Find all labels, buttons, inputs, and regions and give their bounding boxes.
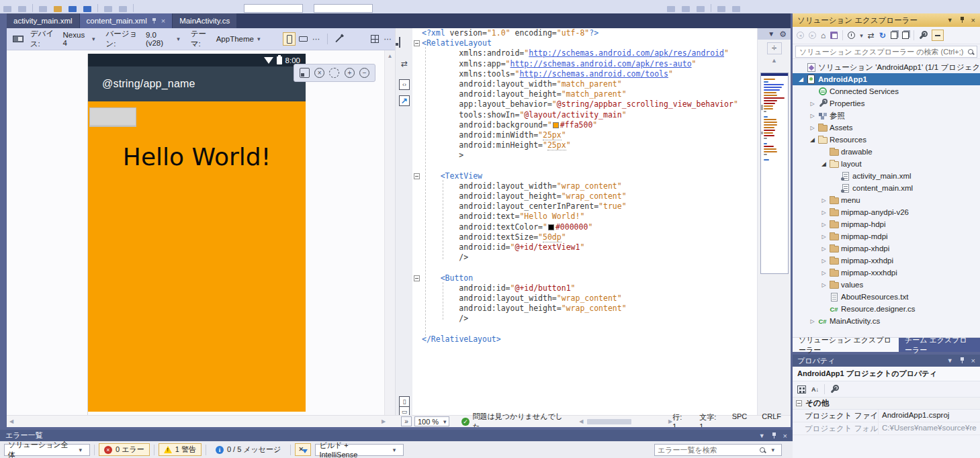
- expander-icon[interactable]: ▷: [819, 210, 828, 216]
- pin-icon[interactable]: [959, 17, 965, 24]
- tab-team-explorer[interactable]: チーム エクスプローラー: [899, 338, 980, 352]
- platform-combobox[interactable]: [314, 4, 373, 13]
- tree-item[interactable]: ▷Assets: [793, 122, 980, 134]
- scrollbar-options-icon[interactable]: »: [401, 416, 412, 426]
- toolbar-icon[interactable]: [717, 6, 725, 12]
- designer-vertical-scrollbar[interactable]: ▲: [384, 50, 395, 415]
- forward-icon[interactable]: ▸: [809, 32, 816, 39]
- solution-explorer-title-bar[interactable]: ソリューション エクスプローラー ▼ ×: [793, 13, 980, 27]
- save-icon[interactable]: [39, 6, 47, 12]
- expander-icon[interactable]: ▷: [808, 318, 817, 324]
- health-check-icon[interactable]: ✓: [461, 418, 469, 426]
- code-line[interactable]: android:layout_width="wrap_content": [422, 181, 758, 191]
- code-line[interactable]: android:layout_height="wrap_content": [422, 191, 758, 201]
- tree-item[interactable]: Resource.designer.cs: [793, 303, 980, 315]
- tree-item[interactable]: ▷menu: [793, 194, 980, 206]
- code-text[interactable]: <?xml version="1.0" encoding="utf-8"?><R…: [422, 28, 758, 345]
- show-all-files-icon[interactable]: [902, 32, 909, 39]
- code-line[interactable]: xmlns:tools="http://schemas.android.com/…: [422, 69, 758, 79]
- fit-page-icon[interactable]: [300, 68, 310, 78]
- chevron-down-icon[interactable]: ▾: [860, 32, 863, 39]
- code-line[interactable]: <TextView: [422, 171, 758, 181]
- code-line[interactable]: xmlns:android="http://schemas.android.co…: [422, 48, 758, 58]
- tab-mainactivity-cs[interactable]: MainActivity.cs: [173, 13, 236, 28]
- pin-icon[interactable]: [959, 357, 965, 364]
- button-widget-preview[interactable]: [89, 107, 136, 127]
- expander-icon[interactable]: ▷: [819, 234, 828, 240]
- toolbar-icon[interactable]: [697, 6, 705, 12]
- code-line[interactable]: android:textSize="50dp": [422, 232, 758, 242]
- code-line[interactable]: android:minWidth="25px": [422, 130, 758, 140]
- tree-item[interactable]: AboutResources.txt: [793, 291, 980, 303]
- code-line[interactable]: android:layout_height="match_parent": [422, 89, 758, 99]
- warnings-filter-button[interactable]: 1 警告: [159, 443, 202, 456]
- tree-item[interactable]: drawable: [793, 146, 980, 158]
- scroll-left-arrow[interactable]: ◀: [579, 418, 583, 424]
- property-category[interactable]: その他: [793, 398, 980, 410]
- property-row[interactable]: プロジェクト フォルダーC:¥Users¥name¥source¥re: [793, 422, 980, 435]
- xml-source-editor[interactable]: <?xml version="1.0" encoding="utf-8"?><R…: [412, 28, 791, 415]
- collapse-all-icon[interactable]: [891, 32, 897, 39]
- tree-item[interactable]: ◢layout: [793, 158, 980, 170]
- zoom-reset-icon[interactable]: ×: [314, 68, 324, 78]
- tree-item[interactable]: ▷values: [793, 279, 980, 291]
- properties-title-bar[interactable]: プロパティ ▼ ×: [793, 355, 980, 367]
- pin-icon[interactable]: [771, 432, 777, 439]
- vertical-split-icon[interactable]: ▯: [399, 396, 410, 407]
- code-line[interactable]: />: [422, 253, 758, 263]
- code-line[interactable]: [422, 263, 758, 273]
- editor-horizontal-scrollbar[interactable]: ◀ ▶: [579, 418, 672, 425]
- scrollbar-thumb[interactable]: [587, 419, 631, 424]
- tree-item[interactable]: activity_main.xml: [793, 170, 980, 182]
- code-line[interactable]: <Button: [422, 273, 758, 283]
- code-line[interactable]: [422, 161, 758, 171]
- code-line[interactable]: android:id="@+id/textView1": [422, 242, 758, 253]
- messages-filter-button[interactable]: i 0 / 5 メッセージ: [210, 443, 287, 456]
- expander-icon[interactable]: ▷: [819, 222, 828, 228]
- zoom-in-icon[interactable]: +: [345, 68, 355, 78]
- tree-item[interactable]: ソリューション 'AndroidApp1' (1/1 プロジェクト): [793, 61, 980, 73]
- code-line[interactable]: android:id="@+id/button1": [422, 283, 758, 293]
- property-row[interactable]: プロジェクト ファイルAndroidApp1.csproj: [793, 410, 980, 422]
- split-editor-handle[interactable]: ÷: [767, 42, 782, 54]
- expander-icon[interactable]: ▷: [808, 113, 817, 119]
- code-line[interactable]: android:background="#ffa500": [422, 120, 758, 130]
- toolbar-icon[interactable]: [3, 6, 11, 12]
- property-pages-icon[interactable]: [830, 385, 838, 394]
- window-position-icon[interactable]: ▼: [947, 357, 953, 364]
- pending-changes-filter-icon[interactable]: [848, 32, 855, 39]
- design-surface[interactable]: 8:00 @string/app_name Hello World! × +: [7, 50, 384, 415]
- code-line[interactable]: >: [422, 150, 758, 161]
- scroll-up-arrow[interactable]: ▲: [758, 57, 791, 64]
- zoom-fit-selection-icon[interactable]: [329, 68, 339, 78]
- code-line[interactable]: android:layout_width="wrap_content": [422, 293, 758, 304]
- search-input[interactable]: [799, 48, 965, 56]
- chevron-down-icon[interactable]: ▾: [92, 36, 95, 42]
- tree-item[interactable]: Connected Services: [793, 85, 980, 97]
- search-input[interactable]: [658, 446, 757, 454]
- search-icon[interactable]: [968, 49, 973, 54]
- version-value[interactable]: 9.0 (v28): [146, 31, 173, 47]
- sync-with-active-document-icon[interactable]: ⇄: [868, 31, 875, 40]
- tree-item[interactable]: ▷mipmap-xhdpi: [793, 242, 980, 255]
- toolbar-icon[interactable]: [69, 6, 77, 12]
- close-icon[interactable]: ×: [161, 17, 165, 25]
- tab-content-main-xml[interactable]: content_main.xml ×: [80, 13, 173, 28]
- collapse-category-icon[interactable]: [796, 400, 802, 406]
- code-line[interactable]: android:minHeight="25px": [422, 140, 758, 150]
- code-line[interactable]: android:layout_height="wrap_content": [422, 304, 758, 314]
- more-options-button[interactable]: ⋯: [310, 32, 322, 46]
- tree-item[interactable]: ▷mipmap-xxhdpi: [793, 255, 980, 267]
- expander-icon[interactable]: ▷: [819, 197, 828, 203]
- theme-editor-button[interactable]: [332, 32, 345, 46]
- device-value[interactable]: Nexus 4: [63, 31, 89, 47]
- tree-item[interactable]: ▷mipmap-mdpi: [793, 230, 980, 242]
- close-icon[interactable]: ×: [783, 432, 787, 440]
- code-line[interactable]: android:text="Hello World!": [422, 212, 758, 222]
- tree-item[interactable]: ▷mipmap-hdpi: [793, 218, 980, 230]
- expander-icon[interactable]: ▷: [808, 125, 817, 131]
- error-list-title-bar[interactable]: エラー一覧 ▼ ×: [0, 430, 793, 441]
- toolbar-icon[interactable]: [18, 6, 26, 12]
- pin-icon[interactable]: [151, 17, 157, 24]
- expander-icon[interactable]: ◢: [819, 161, 828, 167]
